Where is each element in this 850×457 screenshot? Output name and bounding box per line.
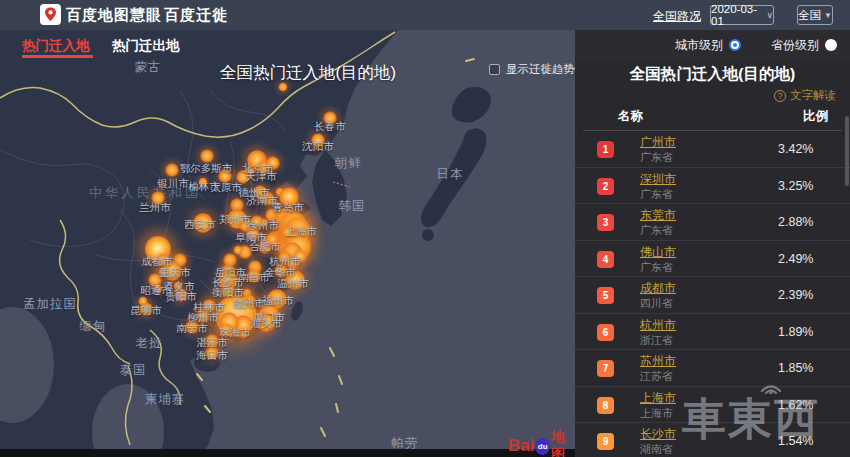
product-title: 百度迁徙 (164, 6, 228, 25)
province-label: 江苏省 (640, 369, 673, 384)
ranking-panel: 城市级别 省份级别 全国热门迁入地(目的地) ? 文字解读 名称 比例 1 广州… (575, 30, 850, 457)
region-dropdown[interactable]: 全国 ▼ (797, 5, 833, 25)
city-label[interactable]: 沈阳市 (302, 140, 334, 154)
panel-scrollbar[interactable] (845, 116, 849, 186)
table-row: 2 深圳市 广东省 3.25% (575, 168, 850, 205)
radio-city-label: 城市级别 (675, 37, 723, 54)
panel-title: 全国热门迁入地(目的地) (575, 64, 850, 85)
city-label[interactable]: 郑州市 (219, 213, 251, 227)
city-label[interactable]: 湛江市 (196, 336, 228, 350)
radio-unselected-icon[interactable] (825, 39, 837, 51)
city-label[interactable]: 太原市 (210, 181, 242, 195)
national-traffic-link[interactable]: 全国路况 (653, 8, 701, 25)
city-link[interactable]: 成都市 (640, 280, 676, 297)
city-label[interactable]: 上海市 (285, 225, 317, 239)
province-label: 浙江省 (640, 333, 673, 348)
city-label[interactable]: 鄂尔多斯市 (180, 162, 233, 176)
radio-city-level[interactable]: 城市级别 (675, 37, 741, 54)
checkbox-icon[interactable] (489, 64, 500, 75)
rank-badge: 4 (597, 251, 614, 268)
ratio-value: 1.89% (778, 325, 813, 339)
table-row: 4 佛山市 广东省 2.49% (575, 241, 850, 278)
city-label[interactable]: 西安市 (184, 218, 216, 232)
map-title: 全国热门迁入地(目的地) (220, 62, 396, 84)
baidu-logo-map-word: 地图 (551, 428, 575, 457)
ratio-value: 3.42% (778, 142, 813, 156)
city-link[interactable]: 上海市 (640, 390, 676, 407)
city-link[interactable]: 广州市 (640, 134, 676, 151)
map-bottom-strip (0, 449, 575, 457)
city-label[interactable]: 重庆市 (159, 266, 191, 280)
city-link[interactable]: 深圳市 (640, 171, 676, 188)
ratio-value: 2.88% (778, 215, 813, 229)
active-tab-underline (22, 55, 93, 58)
table-row: 1 广州市 广东省 3.42% (575, 131, 850, 168)
rank-badge: 5 (597, 287, 614, 304)
column-ratio: 比例 (803, 108, 828, 125)
city-label[interactable]: 贵阳市 (165, 290, 197, 304)
city-label[interactable]: 汕头市 (250, 317, 282, 331)
province-label: 四川省 (640, 296, 673, 311)
table-header: 名称 比例 (575, 108, 850, 128)
city-link[interactable]: 苏州市 (640, 353, 676, 370)
baidu-map-pin-icon[interactable] (40, 4, 61, 25)
baidu-paw-icon: du (535, 438, 550, 455)
brand-divider: | (153, 5, 157, 22)
province-label: 广东省 (640, 150, 673, 165)
city-label[interactable]: 银川市 (157, 177, 189, 191)
region-value: 全国 (798, 8, 821, 23)
country-label: 缅甸 (80, 318, 107, 335)
table-row: 3 东莞市 广东省 2.88% (575, 204, 850, 241)
province-label: 广东省 (640, 260, 673, 275)
city-label[interactable]: 合肥市 (249, 240, 281, 254)
migration-map[interactable]: 热门迁入地 热门迁出地 全国热门迁入地(目的地) 显示迁徙趋势 中华人民共和国 … (0, 30, 575, 457)
heat-dot (165, 163, 179, 177)
baidu-logo-bai: Bai (508, 436, 534, 456)
ratio-value: 2.39% (778, 288, 813, 302)
city-link[interactable]: 东莞市 (640, 207, 676, 224)
city-label[interactable]: 温州市 (277, 277, 309, 291)
rank-badge: 7 (597, 360, 614, 377)
country-label: 韩国 (339, 198, 366, 215)
date-value: 2020-03-01 (711, 3, 762, 27)
city-label[interactable]: 福州市 (262, 294, 294, 308)
table-row: 9 长沙市 湖南省 1.54% (575, 423, 850, 457)
radio-province-level[interactable]: 省份级别 (771, 37, 837, 54)
tab-move-in[interactable]: 热门迁入地 (22, 37, 90, 55)
country-label: 日本 (437, 166, 464, 183)
table-row: 8 上海市 上海市 1.62% (575, 387, 850, 424)
country-label: 老挝 (136, 335, 163, 352)
date-picker[interactable]: 2020-03-01 ∨ (710, 5, 774, 25)
country-label: 朝鲜 (335, 155, 362, 172)
city-label[interactable]: 赣州市 (233, 297, 265, 311)
city-label[interactable]: 昆明市 (130, 304, 162, 318)
rank-badge: 9 (597, 433, 614, 450)
top-bar: 百度地图慧眼 | 百度迁徙 全国路况 2020-03-01 ∨ 全国 ▼ (0, 0, 850, 30)
city-link[interactable]: 佛山市 (640, 244, 676, 261)
text-explain-link[interactable]: ? 文字解读 (774, 88, 836, 103)
country-label: 蒙古 (135, 59, 162, 76)
city-link[interactable]: 杭州市 (640, 317, 676, 334)
province-label: 上海市 (640, 406, 673, 421)
column-name: 名称 (618, 108, 643, 125)
level-radio-row: 城市级别 省份级别 (575, 30, 850, 60)
city-label[interactable]: 青岛市 (272, 201, 304, 215)
city-link[interactable]: 长沙市 (640, 426, 676, 443)
heat-dot (234, 246, 243, 255)
baidu-migration-app: 百度地图慧眼 | 百度迁徙 全国路况 2020-03-01 ∨ 全国 ▼ (0, 0, 850, 457)
map-tab-bar: 热门迁入地 热门迁出地 (0, 30, 575, 60)
province-label: 湖南省 (640, 442, 673, 457)
country-label: 泰国 (120, 362, 147, 379)
city-label[interactable]: 海口市 (196, 349, 228, 363)
city-label[interactable]: 兰州市 (139, 201, 171, 215)
heat-dot (200, 149, 214, 163)
city-label[interactable]: 南宁市 (176, 322, 208, 336)
ratio-value: 2.49% (778, 252, 813, 266)
table-row: 6 杭州市 浙江省 1.89% (575, 314, 850, 351)
city-label[interactable]: 天津市 (245, 170, 277, 184)
radio-selected-icon[interactable] (729, 39, 741, 51)
tab-move-out[interactable]: 热门迁出地 (112, 37, 180, 55)
city-label[interactable]: 长春市 (314, 120, 346, 134)
baidu-map-watermark-logo: Bai du 地图 (508, 428, 575, 457)
show-trend-checkbox[interactable]: 显示迁徙趋势 (489, 62, 575, 77)
